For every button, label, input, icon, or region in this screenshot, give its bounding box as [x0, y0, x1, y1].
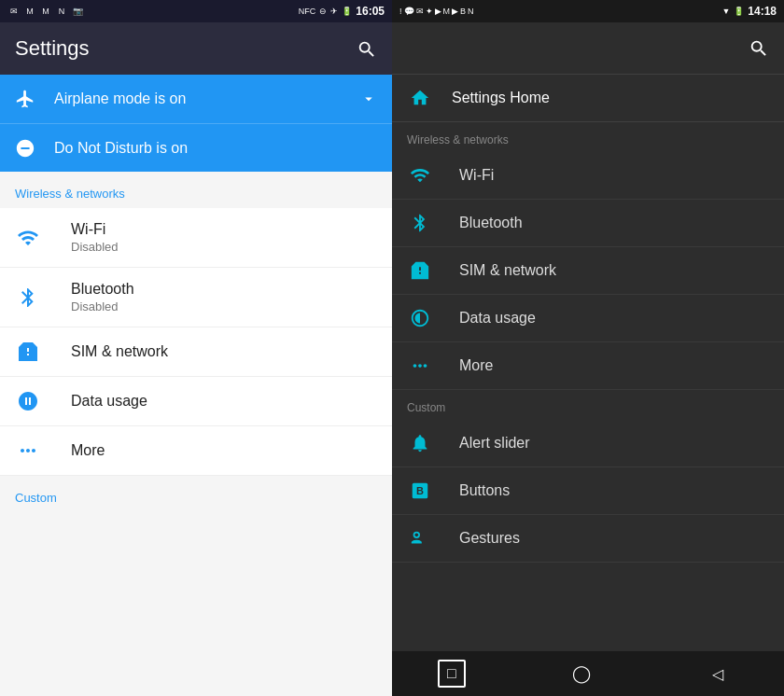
- bt-r-icon: B: [460, 7, 466, 16]
- right-more-icon: [407, 355, 433, 376]
- mail-icon: M: [23, 5, 36, 18]
- airplane-text: Airplane mode is on: [54, 90, 186, 107]
- data-usage-title: Data usage: [71, 393, 147, 410]
- settings-title: Settings: [15, 36, 90, 61]
- sim-icon: [15, 341, 41, 363]
- airplane-mode-banner[interactable]: Airplane mode is on: [0, 75, 392, 123]
- gmail-r-icon: ✉: [416, 7, 424, 16]
- settings-list: Wi-Fi Disabled Bluetooth Disabled: [0, 208, 392, 476]
- left-time: 16:05: [356, 5, 385, 18]
- settings-home-label: Settings Home: [452, 90, 550, 106]
- airplane-icon: [15, 89, 35, 109]
- right-bluetooth-item[interactable]: Bluetooth: [392, 200, 784, 247]
- wifi-icon: [15, 227, 41, 249]
- airplane-status-icon: ✈: [330, 7, 338, 16]
- right-custom-label: Custom: [392, 390, 784, 420]
- buttons-icon: B: [407, 480, 433, 501]
- more-icon: [15, 439, 41, 462]
- signal-icon: ▼: [721, 7, 730, 16]
- wireless-section-header: Wireless & networks: [0, 172, 392, 208]
- right-panel: ! 💬 ✉ ✦ ▶ M ▶ B N ▼ 🔋 14:18 Settings Hom…: [392, 0, 784, 696]
- custom-section-header: Custom: [0, 476, 392, 512]
- bluetooth-title: Bluetooth: [71, 281, 134, 298]
- gestures-icon: [407, 528, 433, 549]
- right-data-icon: [407, 308, 433, 328]
- data-usage-text: Data usage: [71, 393, 147, 410]
- right-wifi-label: Wi-Fi: [459, 167, 494, 184]
- right-wifi-item[interactable]: Wi-Fi: [392, 152, 784, 200]
- more-title: More: [71, 442, 105, 459]
- wifi-item[interactable]: Wi-Fi Disabled: [0, 208, 392, 268]
- more-item[interactable]: More: [0, 426, 392, 476]
- wifi-subtitle: Disabled: [71, 240, 119, 254]
- left-status-right: NFC ⊖ ✈ 🔋 16:05: [299, 5, 385, 18]
- gestures-label: Gestures: [459, 530, 520, 547]
- sim-text: SIM & network: [71, 343, 168, 360]
- alert-slider-item[interactable]: Alert slider: [392, 420, 784, 467]
- dnd-icon: [15, 137, 35, 158]
- messenger-icon: 💬: [404, 7, 414, 16]
- bluetooth-item[interactable]: Bluetooth Disabled: [0, 268, 392, 327]
- dnd-banner[interactable]: Do Not Disturb is on: [0, 123, 392, 172]
- gmail-icon: ✉: [7, 5, 21, 18]
- left-status-bar: ✉ M M N 📷 NFC ⊖ ✈ 🔋 16:05: [0, 0, 392, 22]
- notif-icon: N: [55, 5, 68, 18]
- star-icon: ✦: [426, 7, 433, 16]
- bluetooth-text: Bluetooth Disabled: [71, 281, 134, 313]
- right-status-right: ▼ 🔋 14:18: [721, 5, 777, 18]
- wifi-title: Wi-Fi: [71, 221, 119, 238]
- sim-item[interactable]: SIM & network: [0, 327, 392, 377]
- bluetooth-subtitle: Disabled: [71, 299, 134, 313]
- mail2-icon: M: [39, 5, 52, 18]
- dnd-status-icon: ⊖: [319, 7, 327, 16]
- bluetooth-icon: [15, 286, 41, 309]
- left-scroll-area: Wireless & networks Wi-Fi Disabled: [0, 172, 392, 696]
- right-bluetooth-icon: [407, 213, 433, 233]
- right-header: [392, 22, 784, 75]
- alert-slider-label: Alert slider: [459, 435, 530, 452]
- svg-text:B: B: [416, 485, 424, 496]
- nfc-status-icon: NFC: [299, 7, 316, 16]
- mail-r-icon: M: [443, 7, 451, 16]
- chevron-down-icon: [360, 90, 377, 108]
- alert-slider-icon: [407, 433, 433, 453]
- data-usage-item[interactable]: Data usage: [0, 377, 392, 426]
- right-data-label: Data usage: [459, 310, 536, 327]
- right-wifi-icon: [407, 165, 433, 186]
- svg-point-3: [415, 534, 419, 537]
- battery-r-icon: 🔋: [734, 7, 744, 16]
- right-sim-label: SIM & network: [459, 262, 556, 279]
- gestures-item[interactable]: Gestures: [392, 515, 784, 563]
- buttons-label: Buttons: [459, 482, 510, 499]
- right-more-item[interactable]: More: [392, 342, 784, 390]
- right-status-icons: ! 💬 ✉ ✦ ▶ M ▶ B N: [399, 7, 474, 16]
- right-sim-item[interactable]: SIM & network: [392, 247, 784, 295]
- right-time: 14:18: [748, 5, 777, 18]
- cam-icon: 📷: [71, 5, 84, 18]
- left-panel: ✉ M M N 📷 NFC ⊖ ✈ 🔋 16:05 Settings Airpl…: [0, 0, 392, 696]
- data-usage-icon: [15, 390, 41, 412]
- battery-status-icon: 🔋: [342, 7, 352, 16]
- left-status-icons: ✉ M M N 📷: [7, 5, 84, 18]
- right-search-icon[interactable]: [749, 38, 769, 59]
- buttons-item[interactable]: B Buttons: [392, 467, 784, 515]
- sim-title: SIM & network: [71, 343, 168, 360]
- right-data-item[interactable]: Data usage: [392, 295, 784, 342]
- dnd-text: Do Not Disturb is on: [54, 140, 188, 157]
- recent-apps-button[interactable]: □: [438, 660, 466, 688]
- yt-icon: ▶: [452, 7, 458, 16]
- wifi-text: Wi-Fi Disabled: [71, 221, 119, 254]
- right-nav-bar: □ ◯ ◁: [392, 651, 784, 696]
- airplane-banner-left: Airplane mode is on: [15, 89, 186, 109]
- play-icon: ▶: [435, 7, 441, 16]
- right-more-label: More: [459, 357, 493, 374]
- more-text: More: [71, 442, 105, 459]
- nfc-r-icon: N: [468, 7, 474, 16]
- excl-icon: !: [399, 7, 402, 16]
- search-icon[interactable]: [357, 37, 377, 60]
- back-button[interactable]: ◁: [697, 658, 738, 690]
- home-nav-button[interactable]: ◯: [557, 656, 606, 691]
- right-bluetooth-label: Bluetooth: [459, 215, 523, 231]
- left-header: Settings: [0, 22, 392, 75]
- settings-home-item[interactable]: Settings Home: [392, 75, 784, 122]
